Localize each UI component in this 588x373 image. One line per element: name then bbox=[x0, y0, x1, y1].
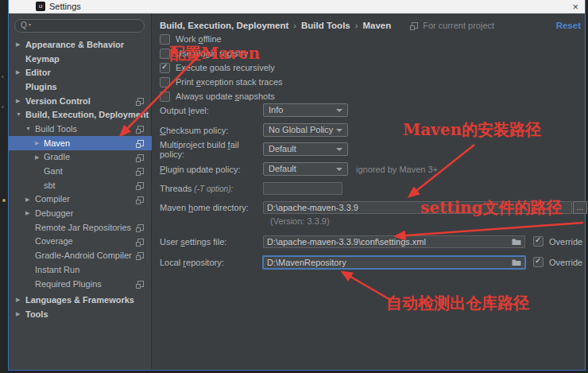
checkbox-execute-goals-recursively[interactable]: ✓ Execute goals recursively bbox=[160, 61, 275, 74]
sidebar-item-label: Required Plugins bbox=[35, 279, 102, 289]
chevron-right-icon[interactable]: ▶ bbox=[35, 140, 39, 146]
override-label: Override bbox=[549, 237, 582, 247]
chevron-right-icon[interactable]: ▶ bbox=[16, 41, 20, 48]
sidebar-item-label: sbt bbox=[44, 181, 56, 190]
row-plugin-update-policy: Plugin update policy: Default ignored by… bbox=[160, 162, 438, 176]
breadcrumb: Build, Execution, Deployment › Build Too… bbox=[160, 19, 581, 32]
override-checkbox-icon[interactable]: ✓ bbox=[533, 236, 544, 247]
scope-icon bbox=[137, 98, 144, 104]
sidebar-item-gradle[interactable]: ▶ Gradle bbox=[9, 150, 152, 165]
threads-input[interactable] bbox=[263, 182, 342, 195]
sidebar-item-build-tools[interactable]: ▼ Build Tools bbox=[9, 122, 152, 136]
row-local-repository: Local repository: ✓ Override bbox=[160, 255, 582, 269]
checkbox-label: Always update snapshots bbox=[176, 91, 275, 101]
search-history-caret-icon[interactable]: ▾ bbox=[29, 21, 31, 27]
checkbox-icon[interactable] bbox=[160, 91, 170, 102]
settings-tree: ▶ Appearance & Behavior Keymap ▶ Editor … bbox=[9, 37, 152, 321]
breadcrumb-segment[interactable]: Build, Execution, Deployment bbox=[160, 21, 288, 30]
user-settings-file-input[interactable] bbox=[263, 235, 525, 248]
sidebar-item-sbt[interactable]: sbt bbox=[9, 178, 152, 192]
intellij-app-icon: IJ bbox=[36, 2, 45, 11]
breadcrumb-separator: › bbox=[293, 21, 296, 30]
sidebar-item-label: Maven bbox=[44, 138, 70, 148]
chevron-right-icon[interactable]: ▶ bbox=[16, 297, 20, 303]
output-level-select[interactable]: Info bbox=[263, 103, 348, 117]
user-settings-file-field bbox=[263, 235, 525, 248]
field-label: Local repository: bbox=[160, 258, 263, 267]
chevron-right-icon[interactable]: ▶ bbox=[16, 69, 20, 76]
sidebar-item-label: Compiler bbox=[35, 194, 70, 204]
checkbox-always-update-snapshots[interactable]: Always update snapshots bbox=[160, 90, 275, 103]
scope-icon bbox=[137, 154, 144, 161]
scope-icon bbox=[137, 239, 144, 245]
sidebar-item-label: Tools bbox=[25, 309, 48, 319]
sidebar-item-remote-jar-repositories[interactable]: Remote Jar Repositories bbox=[9, 220, 152, 235]
background-mark: ‹ bbox=[2, 73, 4, 80]
reset-button[interactable]: Reset bbox=[556, 21, 581, 30]
checkbox-label: Print exception stack traces bbox=[176, 77, 283, 87]
sidebar-item-instant-run[interactable]: Instant Run bbox=[9, 262, 152, 277]
chevron-down-icon[interactable]: ▼ bbox=[16, 111, 21, 117]
chevron-right-icon[interactable]: ▶ bbox=[25, 210, 29, 216]
checkbox-label: Work offline bbox=[176, 34, 222, 44]
breadcrumb-segment[interactable]: Build Tools bbox=[301, 21, 350, 30]
sidebar-item-build-execution-deployment[interactable]: ▼ Build, Execution, Deployment bbox=[9, 107, 152, 122]
dialog-body: Q ▾ ▶ Appearance & Behavior Keymap ▶ Edi… bbox=[9, 14, 585, 370]
checkbox-icon[interactable] bbox=[160, 77, 170, 87]
scope-icon bbox=[137, 196, 144, 203]
sidebar-item-debugger[interactable]: ▶ Debugger bbox=[9, 206, 152, 220]
sidebar-item-plugins[interactable]: Plugins bbox=[9, 80, 152, 94]
checkbox-icon[interactable] bbox=[160, 34, 170, 45]
chevron-down-icon[interactable]: ▼ bbox=[25, 126, 31, 131]
row-output-level: Output level: Info bbox=[160, 103, 348, 117]
search-icon: Q bbox=[21, 21, 27, 29]
sidebar-item-gradle-android-compiler[interactable]: Gradle-Android Compiler bbox=[9, 248, 152, 262]
maven-version-note: (Version: 3.3.9) bbox=[270, 216, 330, 226]
local-repository-input[interactable] bbox=[263, 256, 525, 269]
sidebar-item-label: Gant bbox=[44, 166, 63, 176]
folder-icon[interactable] bbox=[512, 258, 521, 268]
sidebar-item-gant[interactable]: Gant bbox=[9, 164, 152, 178]
settings-dialog-screenshot: ‹ ‹ IJ Settings × Q ▾ ▶ Appearance & Beh… bbox=[0, 0, 588, 373]
checkmark-icon: ✓ bbox=[161, 62, 168, 71]
override-checkbox-icon[interactable]: ✓ bbox=[533, 257, 544, 267]
chevron-right-icon[interactable]: ▶ bbox=[25, 196, 29, 203]
scope-icon bbox=[137, 126, 144, 132]
sidebar-item-compiler[interactable]: ▶ Compiler bbox=[9, 192, 152, 207]
checkbox-label: Execute goals recursively bbox=[176, 63, 275, 72]
sidebar-item-editor[interactable]: ▶ Editor bbox=[9, 65, 152, 80]
row-user-settings-file: User settings file: ✓ Override bbox=[160, 235, 582, 248]
plugin-update-policy-select[interactable]: Default bbox=[263, 162, 348, 176]
sidebar-item-tools[interactable]: ▶ Tools bbox=[9, 307, 152, 321]
checkbox-icon[interactable]: ✓ bbox=[160, 63, 170, 73]
sidebar-item-label: Instant Run bbox=[35, 265, 79, 274]
search-input[interactable]: Q ▾ bbox=[14, 19, 145, 33]
sidebar-item-maven[interactable]: ▶ Maven bbox=[9, 136, 152, 150]
scope-indicator: For current project bbox=[412, 21, 494, 30]
folder-icon[interactable] bbox=[512, 238, 521, 247]
sidebar-item-required-plugins[interactable]: Required Plugins bbox=[9, 277, 152, 291]
chevron-right-icon[interactable]: ▶ bbox=[16, 311, 20, 317]
field-label: Threads(-T option): bbox=[160, 184, 263, 193]
close-icon[interactable]: × bbox=[572, 0, 578, 14]
sidebar-item-keymap[interactable]: Keymap bbox=[9, 52, 152, 66]
field-label: User settings file: bbox=[160, 237, 263, 247]
multiproject-build-fail-policy-select[interactable]: Default bbox=[263, 142, 348, 156]
chevron-right-icon[interactable]: ▶ bbox=[16, 98, 20, 104]
sidebar-item-label: Build, Execution, Deployment bbox=[25, 110, 149, 119]
checkbox-print-exception-stack-traces[interactable]: Print exception stack traces bbox=[160, 76, 283, 88]
settings-sidebar: Q ▾ ▶ Appearance & Behavior Keymap ▶ Edi… bbox=[9, 14, 152, 370]
sidebar-item-appearance-behavior[interactable]: ▶ Appearance & Behavior bbox=[9, 37, 152, 52]
checksum-policy-select[interactable]: No Global Policy bbox=[263, 123, 348, 137]
override-group: ✓ Override bbox=[533, 257, 582, 267]
chevron-right-icon[interactable]: ▶ bbox=[35, 154, 39, 161]
browse-button[interactable]: ... bbox=[573, 201, 587, 214]
row-threads: Threads(-T option): bbox=[160, 181, 342, 195]
background-ide-strip: ‹ ‹ bbox=[0, 0, 8, 373]
scope-label: For current project bbox=[423, 21, 494, 30]
field-label: Maven home directory: bbox=[160, 203, 263, 212]
sidebar-item-version-control[interactable]: ▶ Version Control bbox=[9, 94, 152, 108]
field-label: Plugin update policy: bbox=[160, 165, 263, 174]
sidebar-item-languages-frameworks[interactable]: ▶ Languages & Frameworks bbox=[9, 293, 152, 307]
sidebar-item-coverage[interactable]: Coverage bbox=[9, 235, 152, 249]
